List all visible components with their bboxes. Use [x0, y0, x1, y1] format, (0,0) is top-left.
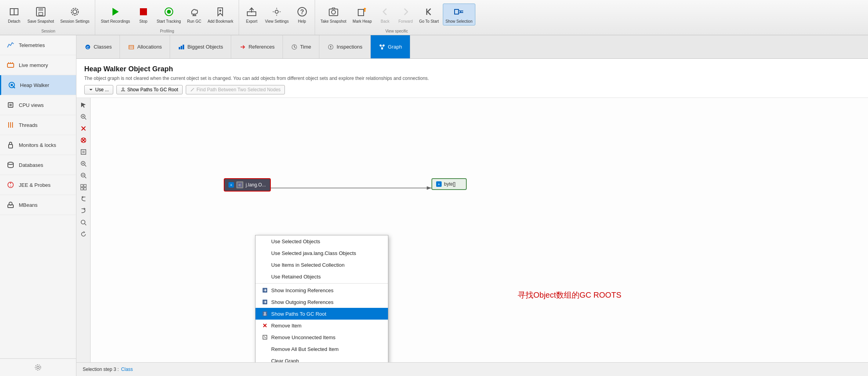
select-tool-button[interactable]: [78, 99, 89, 110]
show-selection-button[interactable]: Show Selection: [443, 4, 475, 25]
ctx-use-items-collection[interactable]: Use Items in Selected Collection: [256, 259, 388, 271]
export-group: Export View Settings ? Help: [239, 0, 315, 35]
sidebar-item-telemetries[interactable]: Telemetries: [0, 35, 76, 55]
ctx-remove-unconnected[interactable]: Remove Unconnected Items: [256, 331, 388, 343]
go-to-start-button[interactable]: Go To Start: [417, 4, 441, 25]
tab-classes[interactable]: C Classes: [76, 35, 120, 58]
graph-canvas[interactable]: + C j.lang.O... + byte[]: [91, 98, 868, 362]
cpu-views-icon: [6, 101, 15, 109]
live-memory-icon: [6, 61, 15, 69]
svg-rect-96: [81, 184, 83, 187]
ctx-use-java-icon: [262, 250, 268, 256]
tab-graph[interactable]: Graph: [371, 35, 410, 58]
tab-references[interactable]: References: [231, 35, 283, 58]
profiling-group: Start Recordings Stop Start Tracking Run…: [95, 0, 239, 35]
content-area: C Classes Allocations Biggest Objects: [76, 35, 868, 376]
stop-recordings-button[interactable]: Stop: [134, 4, 153, 25]
remove-button-2[interactable]: [78, 135, 89, 146]
sidebar-item-heap-walker[interactable]: Heap Walker: [0, 75, 76, 95]
take-snapshot-label: Take Snapshot: [321, 19, 346, 24]
session-settings-icon: [69, 5, 81, 18]
status-bar: Selection step 3 : Class: [76, 362, 868, 376]
sidebar-item-monitors-locks[interactable]: Monitors & locks: [0, 135, 76, 155]
svg-point-49: [35, 365, 41, 370]
ctx-show-incoming[interactable]: Show Incoming References: [256, 284, 388, 296]
tab-biggest-objects[interactable]: Biggest Objects: [170, 35, 231, 58]
ctx-show-paths-gc[interactable]: Show Paths To GC Root: [256, 308, 388, 320]
session-settings-button[interactable]: Session Settings: [58, 4, 92, 25]
telemetries-label: Telemetries: [19, 42, 45, 48]
byte-array-node[interactable]: + byte[]: [431, 178, 467, 190]
remove-button-1[interactable]: [78, 123, 89, 134]
status-class-link[interactable]: Class: [121, 367, 133, 372]
main-toolbar: Detach Save Snapshot Session Settings Se…: [0, 0, 868, 35]
take-snapshot-button[interactable]: Take Snapshot: [318, 4, 349, 25]
stop-recordings-icon: [137, 5, 150, 18]
tab-allocations[interactable]: Allocations: [120, 35, 170, 58]
databases-icon: [6, 161, 15, 169]
show-paths-gc-root-button[interactable]: Show Paths To GC Root: [116, 85, 183, 94]
sidebar-item-jee-probes[interactable]: JEE & Probes: [0, 175, 76, 195]
sidebar-settings-button[interactable]: [3, 362, 73, 373]
ctx-use-selected-java[interactable]: Use Selected java.lang.Class Objects: [256, 247, 388, 259]
ctx-clear-graph[interactable]: Clear Graph: [256, 355, 388, 362]
svg-line-76: [191, 89, 193, 91]
session-settings-label: Session Settings: [60, 19, 90, 24]
live-memory-label: Live memory: [19, 62, 48, 68]
sidebar-item-mbeans[interactable]: MBeans: [0, 195, 76, 215]
help-button[interactable]: ? Help: [293, 4, 312, 25]
view-settings-button[interactable]: View Settings: [263, 4, 291, 25]
ctx-remove-all-but[interactable]: Remove All But Selected Item: [256, 343, 388, 355]
byte-array-expand-icon[interactable]: +: [436, 181, 442, 187]
refresh-button[interactable]: [78, 229, 89, 240]
ctx-remove-item[interactable]: Remove Item: [256, 320, 388, 331]
tab-time[interactable]: Time: [283, 35, 319, 58]
export-button[interactable]: Export: [242, 4, 261, 25]
zoom-button-1[interactable]: [78, 111, 89, 122]
add-bookmark-button[interactable]: Add Bookmark: [205, 4, 236, 25]
detach-button[interactable]: Detach: [5, 4, 24, 25]
redo-button[interactable]: [78, 205, 89, 216]
java-lang-object-node[interactable]: + C j.lang.O...: [224, 178, 271, 192]
node-expand-icon[interactable]: +: [228, 182, 234, 188]
start-recordings-button[interactable]: Start Recordings: [98, 4, 132, 25]
ctx-use-retained[interactable]: Use Retained Objects: [256, 271, 388, 282]
show-selection-label: Show Selection: [446, 19, 473, 24]
ctx-remove-all-icon: [262, 346, 268, 352]
save-snapshot-button[interactable]: Save Snapshot: [25, 4, 56, 25]
graph-connector: [91, 98, 868, 362]
svg-rect-54: [179, 47, 180, 49]
undo-button[interactable]: [78, 193, 89, 204]
mark-heap-button[interactable]: Mark Heap: [350, 4, 374, 25]
sidebar-item-threads[interactable]: Threads: [0, 115, 76, 135]
classes-tab-icon: C: [84, 43, 91, 51]
ctx-show-outgoing[interactable]: Show Outgoing References: [256, 296, 388, 308]
detach-label: Detach: [8, 19, 20, 24]
zoom-button-2[interactable]: [78, 217, 89, 228]
svg-rect-99: [84, 188, 86, 190]
ctx-use-selected-objects[interactable]: Use Selected Objects: [256, 235, 388, 247]
classes-tab-label: Classes: [94, 44, 112, 50]
run-gc-button[interactable]: Run GC: [185, 4, 204, 25]
sidebar-item-cpu-views[interactable]: CPU views: [0, 95, 76, 115]
help-label: Help: [298, 19, 306, 24]
svg-rect-8: [140, 8, 147, 15]
zoom-fit-button[interactable]: [78, 146, 89, 157]
grid-button[interactable]: [78, 182, 89, 193]
run-gc-icon: [188, 5, 201, 18]
find-path-button[interactable]: Find Path Between Two Selected Nodes: [186, 85, 285, 94]
main-layout: Telemetries Live memory Heap Walker CPU …: [0, 35, 868, 376]
use-dropdown-button[interactable]: Use ...: [84, 85, 113, 94]
zoom-out-button[interactable]: [78, 170, 89, 181]
forward-button[interactable]: Forward: [396, 4, 415, 25]
use-btn-label: Use ...: [95, 87, 109, 92]
sidebar-item-databases[interactable]: Databases: [0, 155, 76, 175]
sidebar-item-live-memory[interactable]: Live memory: [0, 55, 76, 75]
back-button[interactable]: Back: [376, 4, 395, 25]
zoom-in-button[interactable]: [78, 158, 89, 169]
status-prefix: Selection step 3 :: [83, 367, 119, 372]
tab-inspections[interactable]: Inspections: [319, 35, 371, 58]
ctx-separator-1: [256, 283, 388, 284]
start-tracking-button[interactable]: Start Tracking: [154, 4, 183, 25]
monitors-locks-icon: [6, 141, 15, 149]
